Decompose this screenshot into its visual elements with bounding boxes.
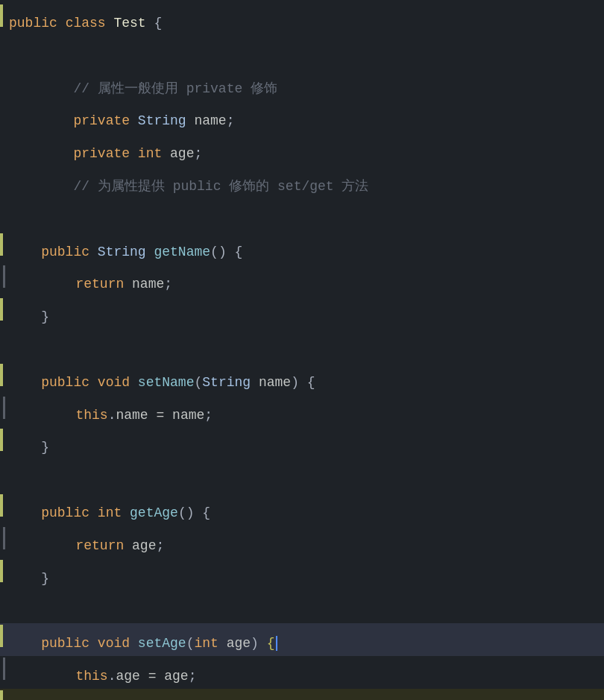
param-name-1: name bbox=[259, 375, 291, 390]
paren-1: () { bbox=[210, 245, 242, 259]
line-content-4: private String name; bbox=[3, 110, 604, 132]
param-name-2: age bbox=[227, 636, 251, 651]
keyword-return-1: return bbox=[75, 277, 132, 291]
assign-2: = bbox=[140, 669, 164, 684]
line-content-6: // 为属性提供 public 修饰的 set/get 方法 bbox=[3, 176, 604, 198]
brace-open-2: { bbox=[267, 636, 275, 651]
line-content-12: public void setName(String name) { bbox=[3, 372, 604, 394]
code-line-11 bbox=[0, 329, 604, 362]
code-line-10: } bbox=[0, 297, 604, 329]
keyword-int-1: int bbox=[138, 146, 170, 161]
type-string-3: String bbox=[202, 375, 259, 390]
line-content-15 bbox=[3, 470, 604, 491]
line-content-21: this.age = age; bbox=[5, 666, 604, 687]
code-line-2 bbox=[0, 36, 604, 69]
keyword-public-5: public bbox=[41, 636, 98, 651]
line-content-1: public class Test { bbox=[3, 13, 604, 34]
keyword-public-3: public bbox=[41, 375, 98, 390]
code-line-1: public class Test { bbox=[0, 3, 604, 36]
code-line-3: // 属性一般使用 private 修饰 bbox=[0, 69, 604, 101]
keyword-public: public bbox=[9, 16, 66, 31]
keyword-int-2: int bbox=[98, 505, 130, 520]
type-string-1: String bbox=[138, 113, 195, 128]
keyword-this-1: this bbox=[75, 408, 107, 423]
code-line-7 bbox=[0, 199, 604, 232]
paren-6: ) bbox=[251, 636, 267, 651]
keyword-int-3: int bbox=[194, 636, 226, 651]
method-setname: setName bbox=[138, 375, 195, 390]
var-name-8: age bbox=[164, 669, 188, 684]
code-line-17: return age; bbox=[0, 526, 604, 558]
keyword-void-1: void bbox=[98, 375, 138, 390]
var-name-6: age bbox=[132, 538, 156, 553]
code-line-9: return name; bbox=[0, 264, 604, 297]
dot-2: . bbox=[108, 669, 116, 684]
paren-2: ( bbox=[194, 375, 202, 390]
comment-2: // 为属性提供 public 修饰的 set/get 方法 bbox=[73, 179, 368, 194]
code-line-20: public void setAge(int age) { bbox=[0, 623, 604, 656]
keyword-private-1: private bbox=[73, 113, 137, 128]
code-line-22: } bbox=[0, 689, 604, 700]
text-cursor bbox=[276, 636, 277, 651]
var-name-7: age bbox=[116, 669, 139, 684]
paren-3: ) { bbox=[291, 375, 315, 390]
class-name-test: Test bbox=[113, 16, 154, 31]
line-content-10: } bbox=[3, 306, 604, 328]
line-content-3: // 属性一般使用 private 修饰 bbox=[3, 78, 604, 100]
var-name-3: name bbox=[132, 277, 164, 291]
semicolon-5: ; bbox=[156, 538, 164, 553]
code-line-21: this.age = age; bbox=[0, 656, 604, 689]
keyword-public-4: public bbox=[41, 505, 98, 520]
line-content-7 bbox=[3, 209, 604, 230]
brace-open: { bbox=[154, 16, 162, 31]
code-line-16: public int getAge() { bbox=[0, 493, 604, 526]
code-line-5: private int age; bbox=[0, 133, 604, 166]
code-editor: public class Test { // 属性一般使用 private 修饰… bbox=[0, 0, 604, 700]
type-string-2: String bbox=[98, 245, 154, 259]
keyword-return-2: return bbox=[75, 538, 132, 553]
code-line-12: public void setName(String name) { bbox=[0, 362, 604, 395]
semicolon-3: ; bbox=[164, 277, 172, 291]
var-name-4: name bbox=[116, 408, 148, 423]
brace-close-3: } bbox=[41, 571, 49, 586]
code-line-8: public String getName() { bbox=[0, 232, 604, 265]
method-getname: getName bbox=[154, 245, 210, 259]
method-getage: getAge bbox=[130, 505, 178, 520]
keyword-private-2: private bbox=[73, 146, 137, 161]
line-content-16: public int getAge() { bbox=[3, 502, 604, 524]
semicolon-4: ; bbox=[204, 408, 213, 423]
keyword-public-2: public bbox=[41, 245, 98, 259]
assign-1: = bbox=[148, 408, 172, 423]
line-content-14: } bbox=[3, 437, 604, 458]
keyword-void-2: void bbox=[98, 636, 138, 651]
var-name-1: name bbox=[194, 113, 226, 128]
semicolon-6: ; bbox=[189, 669, 197, 684]
line-content-20: public void setAge(int age) { bbox=[3, 633, 604, 655]
method-setage: setAge bbox=[138, 636, 186, 651]
line-content-11 bbox=[3, 339, 604, 361]
line-content-13: this.name = name; bbox=[5, 405, 604, 426]
paren-4: () { bbox=[178, 505, 210, 520]
var-name-2: age bbox=[170, 146, 194, 161]
line-content-17: return age; bbox=[5, 535, 604, 557]
dot-1: . bbox=[108, 408, 116, 423]
keyword-class: class bbox=[66, 16, 114, 31]
code-line-4: private String name; bbox=[0, 101, 604, 133]
paren-5: ( bbox=[186, 636, 195, 651]
code-line-6: // 为属性提供 public 修饰的 set/get 方法 bbox=[0, 166, 604, 199]
code-line-13: this.name = name; bbox=[0, 395, 604, 428]
code-line-19 bbox=[0, 590, 604, 623]
semicolon-2: ; bbox=[194, 146, 202, 161]
line-content-19 bbox=[3, 600, 604, 622]
line-content-5: private int age; bbox=[3, 143, 604, 165]
var-name-5: name bbox=[172, 408, 204, 423]
line-content-8: public String getName() { bbox=[3, 242, 604, 263]
code-line-18: } bbox=[0, 558, 604, 591]
brace-close-1: } bbox=[41, 309, 49, 324]
brace-close-2: } bbox=[41, 440, 49, 455]
code-line-14: } bbox=[0, 427, 604, 460]
semicolon-1: ; bbox=[227, 113, 235, 128]
keyword-this-2: this bbox=[75, 669, 107, 684]
line-content-2 bbox=[3, 45, 604, 67]
line-content-18: } bbox=[3, 568, 604, 590]
